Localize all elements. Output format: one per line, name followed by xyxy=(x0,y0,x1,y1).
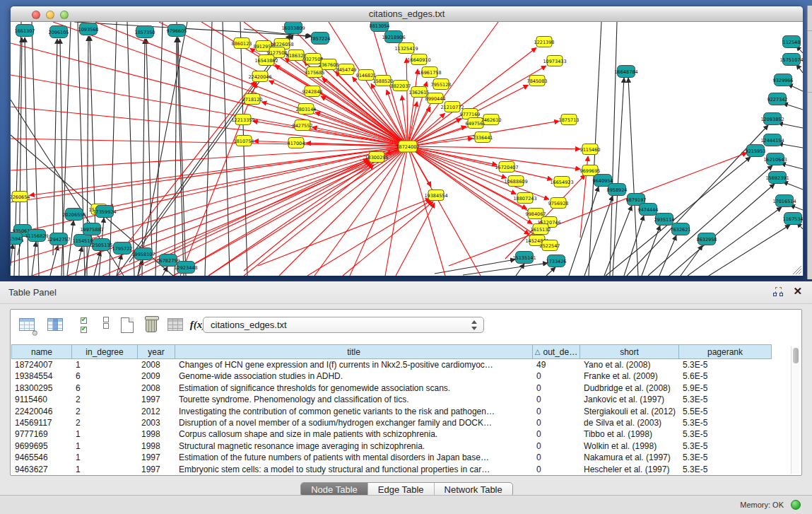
graph-node[interactable]: 9474444 xyxy=(638,204,659,216)
graph-node[interactable]: 1167534 xyxy=(783,213,803,225)
graph-node[interactable]: 12444154 xyxy=(760,134,784,146)
graph-node[interactable]: 16640910 xyxy=(407,54,430,65)
graph-edge[interactable] xyxy=(406,58,408,146)
column-header-year[interactable]: year xyxy=(138,344,175,359)
graph-node[interactable]: 9242848 xyxy=(302,86,323,97)
graph-node[interactable]: 1093568 xyxy=(78,23,99,35)
graph-node[interactable]: 2718120 xyxy=(242,94,263,105)
graph-edge[interactable] xyxy=(208,163,372,276)
graph-node[interactable]: 9329966 xyxy=(773,74,794,86)
graph-node[interactable]: 8860123 xyxy=(232,38,252,49)
graph-edge[interactable] xyxy=(258,199,430,266)
graph-edge[interactable] xyxy=(343,201,433,276)
graph-edge[interactable] xyxy=(67,221,73,276)
graph-edge[interactable] xyxy=(53,22,408,146)
graph-edge[interactable] xyxy=(129,35,293,262)
graph-node[interactable]: 2096105 xyxy=(49,26,69,38)
close-panel-icon[interactable]: ✕ xyxy=(793,285,802,298)
graph-edge[interactable] xyxy=(117,159,368,276)
graph-node[interactable]: 7857224 xyxy=(310,33,331,45)
graph-edge[interactable] xyxy=(178,37,186,276)
table-row[interactable]: 2242004622012Investigating the contribut… xyxy=(11,406,792,417)
graph-node[interactable]: 9215953 xyxy=(746,145,766,157)
graph-edge[interactable] xyxy=(53,39,57,255)
graph-node[interactable]: 18724007 xyxy=(396,141,419,152)
graph-node[interactable]: 1875713 xyxy=(559,115,579,125)
graph-node[interactable]: 12093852 xyxy=(760,113,784,125)
graph-node[interactable]: 1857350 xyxy=(135,26,155,38)
table-row[interactable]: 1456911722003Disruption of a novel membe… xyxy=(11,417,792,428)
graph-node[interactable]: 8454749 xyxy=(336,64,357,75)
graph-node[interactable]: 16648784 xyxy=(614,66,637,78)
graph-edge[interactable] xyxy=(778,123,803,128)
graph-node[interactable]: 2935114 xyxy=(654,214,675,226)
graph-edge[interactable] xyxy=(709,225,790,276)
graph-node[interactable]: 2260654 xyxy=(11,192,30,202)
graph-node[interactable]: 1615132 xyxy=(531,224,551,235)
graph-node[interactable]: 3175685 xyxy=(305,67,325,78)
table-row[interactable]: 946554611997Estimation of the future num… xyxy=(11,452,792,463)
graph-edge[interactable] xyxy=(783,103,803,110)
graph-node[interactable]: 2803144 xyxy=(296,104,317,115)
table-selector-dropdown[interactable]: citations_edges.txt xyxy=(203,317,484,333)
graph-node[interactable]: 16210643 xyxy=(763,153,787,165)
graph-node[interactable]: 7462610 xyxy=(481,115,502,125)
resize-grip-icon[interactable] xyxy=(799,271,801,274)
graph-node[interactable]: 10973433 xyxy=(543,56,566,66)
table-row[interactable]: 911546021997Tourette syndrome. Phenomeno… xyxy=(11,394,792,405)
table-row[interactable]: 1830029562008Estimation of significance … xyxy=(11,382,792,394)
graph-node[interactable]: 22420046 xyxy=(248,71,271,82)
graph-node[interactable]: 16961758 xyxy=(418,67,441,78)
graph-node[interactable]: 1810754 xyxy=(234,136,254,146)
graph-node[interactable]: 10688609 xyxy=(504,176,527,187)
graph-node[interactable]: 19958107 xyxy=(131,248,155,260)
graph-edge[interactable] xyxy=(127,22,134,276)
graph-node[interactable]: 18807243 xyxy=(513,193,536,204)
graph-edge[interactable] xyxy=(781,163,803,169)
graph-node[interactable]: 15135141 xyxy=(512,252,536,264)
graph-node[interactable]: 1795722 xyxy=(112,243,133,255)
graph-node[interactable]: 21210772 xyxy=(440,102,464,112)
graph-edge[interactable] xyxy=(307,200,432,276)
column-header-pagerank[interactable]: pagerank xyxy=(679,344,772,359)
graph-edge[interactable] xyxy=(624,216,644,276)
graph-edge[interactable] xyxy=(584,196,613,276)
graph-node[interactable]: 8990444 xyxy=(425,93,446,104)
graph-edge[interactable] xyxy=(74,22,312,36)
delete-rows-icon[interactable] xyxy=(142,316,160,334)
column-selector-icon[interactable] xyxy=(46,316,64,334)
graph-edge[interactable] xyxy=(435,259,515,274)
column-header-out_de[interactable]: △out_de… xyxy=(533,344,580,359)
graph-node[interactable]: 16033809 xyxy=(281,22,305,34)
graph-node[interactable]: 11156829 xyxy=(25,230,48,242)
graph-node[interactable]: 9796605 xyxy=(167,25,187,37)
network-window-titlebar[interactable]: citations_edges.txt xyxy=(11,6,803,22)
graph-edge[interactable] xyxy=(546,267,555,276)
table-row[interactable]: 1872400712008Changes of HCN gene express… xyxy=(11,359,792,370)
graph-edge[interactable] xyxy=(659,235,676,276)
table-settings-icon[interactable]: ⚙ xyxy=(18,316,36,334)
table-row[interactable]: 977716911998Corpus callosum shape and si… xyxy=(11,428,792,440)
graph-edge[interactable] xyxy=(516,264,524,276)
column-header-name[interactable]: name xyxy=(11,344,72,359)
column-header-title[interactable]: title xyxy=(175,344,533,359)
graph-node[interactable]: 8822037 xyxy=(391,81,411,91)
graph-node[interactable]: 12923448 xyxy=(174,262,197,274)
graph-edge[interactable] xyxy=(408,146,580,149)
graph-node[interactable]: 1733426 xyxy=(546,255,567,267)
graph-node[interactable]: 15692391 xyxy=(765,172,789,184)
float-panel-icon[interactable] xyxy=(773,287,784,298)
graph-node[interactable]: 7632621 xyxy=(671,223,691,235)
column-header-short[interactable]: short xyxy=(580,344,679,359)
graph-edge[interactable] xyxy=(610,22,617,276)
graph-edge[interactable] xyxy=(138,146,408,276)
table-scrollbar[interactable] xyxy=(791,346,799,474)
graph-node[interactable]: 19975887 xyxy=(80,223,103,235)
deselect-all-icon[interactable] xyxy=(97,316,115,334)
graph-node[interactable]: 16654923 xyxy=(550,177,573,187)
graph-edge[interactable] xyxy=(628,78,638,276)
graph-edge[interactable] xyxy=(408,22,498,146)
graph-node[interactable]: 112548 xyxy=(783,36,801,48)
graph-node[interactable]: 1221398 xyxy=(534,37,555,47)
citation-graph[interactable]: 8860123891295418226058912750816543862818… xyxy=(11,22,803,276)
